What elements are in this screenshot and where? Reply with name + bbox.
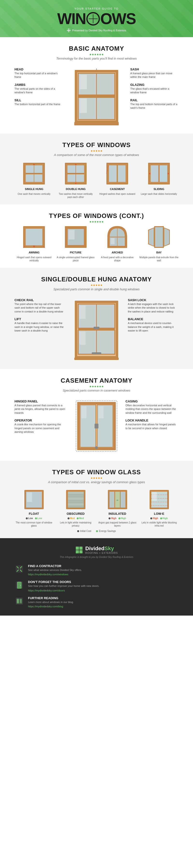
bay-name: BAY xyxy=(156,251,162,254)
insulated-desc: Argon gas trapped between 2 glass layers xyxy=(98,521,137,527)
term-lock-handle-def: A mechanism that allows for hinged panel… xyxy=(126,423,178,430)
type-casement: CASEMENT Hinged sashes that open outward xyxy=(98,161,137,199)
svg-rect-109 xyxy=(68,500,84,503)
term-lift-label: LIFT xyxy=(15,317,65,321)
insulated-glass-icon: Ar xyxy=(107,489,128,510)
casement-anatomy-section: CASEMENT ANATOMY Specialized parts commo… xyxy=(0,369,193,461)
glass-types-title: TYPES OF WINDOW GLASS xyxy=(15,468,178,476)
term-operator: OPERATOR A crank-like mechanism for open… xyxy=(15,418,67,434)
reading-url[interactable]: https://mydividedsky.com/blog xyxy=(28,605,63,608)
window-types-section: TYPES OF WINDOWS A comparison of some of… xyxy=(0,133,193,205)
brand-icon xyxy=(67,28,71,32)
sliding-icon xyxy=(147,161,171,186)
svg-rect-111 xyxy=(68,506,84,507)
type-arched: ARCHED A fixed panel with a decorative s… xyxy=(98,225,137,262)
doors-url[interactable]: https://mydividedsky.com/doors xyxy=(28,589,65,592)
footer-reading-link[interactable]: FURTHER READING Learn more about windows… xyxy=(15,596,178,608)
section-dots-5 xyxy=(15,386,178,387)
dot5 xyxy=(100,54,101,55)
svg-rect-106 xyxy=(68,492,84,494)
low-e-initial-dot xyxy=(150,518,152,519)
footer-contractor-link[interactable]: FIND A CONTRACTOR See what window servic… xyxy=(15,564,178,576)
legend-energy: Energy Savings xyxy=(96,530,116,532)
term-casing: CASING Often decorative horizontal and v… xyxy=(126,400,178,415)
term-jambs-label: JAMBS xyxy=(15,83,63,87)
svg-rect-127 xyxy=(79,550,83,553)
arched-desc: A fixed panel with a decorative shape xyxy=(98,256,137,262)
dotgl5 xyxy=(101,477,102,479)
term-balance: BALANCE A mechanical device used to coun… xyxy=(128,317,178,333)
window-types-cont-title: TYPES OF WINDOWS (CONT.) xyxy=(15,212,178,220)
double-hung-name: DOUBLE HUNG xyxy=(66,188,86,190)
casement-name: CASEMENT xyxy=(110,188,125,190)
glass-types-section: TYPES OF WINDOW GLASS A comparison of in… xyxy=(0,461,193,538)
awning-name: AWNING xyxy=(29,251,39,254)
svg-rect-0 xyxy=(67,28,68,30)
obscured-name: OBSCURED xyxy=(66,512,84,516)
glass-low-e: LOW-E High High Lets in visible light wh… xyxy=(140,489,178,527)
legend-initial: Initial Cost xyxy=(77,530,91,532)
sliding-desc: Large sash that slides horizontally xyxy=(141,192,177,195)
contractor-url[interactable]: https://mydividedsky.com/windows xyxy=(28,573,68,576)
dotc1 xyxy=(90,386,91,387)
window-types-grid: SINGLE HUNG One sash that moves vertical… xyxy=(15,161,178,199)
type-sliding: SLIDING Large sash that slides horizonta… xyxy=(139,161,179,199)
term-lift-def: A handle that makes it easier to raise t… xyxy=(15,321,65,333)
window-types-subtitle: A comparison of some of the most common … xyxy=(15,153,178,157)
header-brand: Presented by Divided Sky Roofing & Exter… xyxy=(67,28,126,32)
legend-initial-label: Initial Cost xyxy=(80,530,91,532)
type-bay: BAY Multiple panels that extrude from th… xyxy=(139,225,179,262)
contractor-title: FIND A CONTRACTOR xyxy=(28,564,82,568)
doth1 xyxy=(91,284,92,286)
term-sash: SASH A framed glass piece that can move … xyxy=(130,67,178,79)
svg-rect-113 xyxy=(110,492,114,507)
section-dots-2 xyxy=(15,150,178,152)
dotc2 xyxy=(92,386,93,387)
term-sill: SILL The bottom horizontal part of the f… xyxy=(15,98,63,106)
term-sash-lock: SASH LOCK A latch that engages with the … xyxy=(128,298,178,313)
title-win: WIN xyxy=(57,11,86,27)
casement-window-diagram xyxy=(67,397,126,455)
float-desc: The most common type of window glass xyxy=(15,521,53,527)
term-operator-label: OPERATOR xyxy=(15,418,67,422)
glass-legend: Initial Cost Energy Savings xyxy=(15,530,178,532)
single-hung-desc: One sash that moves vertically xyxy=(18,192,50,195)
svg-rect-97 xyxy=(94,424,99,429)
svg-point-135 xyxy=(20,585,21,586)
obscured-initial-cost: Med xyxy=(67,517,75,520)
brand-divided: Divided xyxy=(85,546,105,551)
term-jambs: JAMBS The vertical parts on the sides of… xyxy=(15,83,63,94)
svg-rect-12 xyxy=(78,94,115,98)
dot4 xyxy=(97,54,99,55)
dotc5 xyxy=(100,386,101,387)
svg-rect-89 xyxy=(74,358,119,360)
legend-energy-dot xyxy=(96,530,98,532)
footer-doors-link[interactable]: DON'T FORGET THE DOORS See how you can f… xyxy=(15,580,178,592)
term-jambs-def: The vertical parts on the sides of a win… xyxy=(15,87,63,94)
svg-rect-126 xyxy=(76,550,79,553)
float-energy-savings: Low xyxy=(35,517,42,520)
svg-point-131 xyxy=(18,568,20,570)
term-rail: RAIL The top and bottom horizontal parts… xyxy=(130,98,178,110)
svg-rect-2 xyxy=(67,31,68,32)
casement-anatomy-grid: HINGED PANEL A framed glass pannel that … xyxy=(15,397,178,455)
low-e-name: LOW-E xyxy=(154,512,164,516)
casement-icon xyxy=(105,161,129,186)
float-cost: Low Low xyxy=(26,517,42,520)
float-energy-dot xyxy=(35,518,37,519)
svg-rect-49 xyxy=(159,165,168,182)
dotg6 xyxy=(102,221,103,222)
casement-left: HINGED PANEL A framed glass pannel that … xyxy=(15,397,67,434)
low-e-desc: Lets in visible light while blocking inf… xyxy=(140,521,178,527)
svg-rect-16 xyxy=(80,98,87,113)
insulated-cost: High High xyxy=(109,517,126,520)
title-ows: OWS xyxy=(100,11,136,27)
dotgl3 xyxy=(96,477,97,479)
term-casing-label: CASING xyxy=(126,400,178,403)
dotgl1 xyxy=(91,477,92,479)
window-types-title: TYPES OF WINDOWS xyxy=(15,141,178,149)
svg-rect-1 xyxy=(69,28,71,30)
low-e-energy-dot xyxy=(160,518,162,519)
dotc4 xyxy=(97,386,99,387)
type-single-hung: SINGLE HUNG One sash that moves vertical… xyxy=(15,161,54,199)
